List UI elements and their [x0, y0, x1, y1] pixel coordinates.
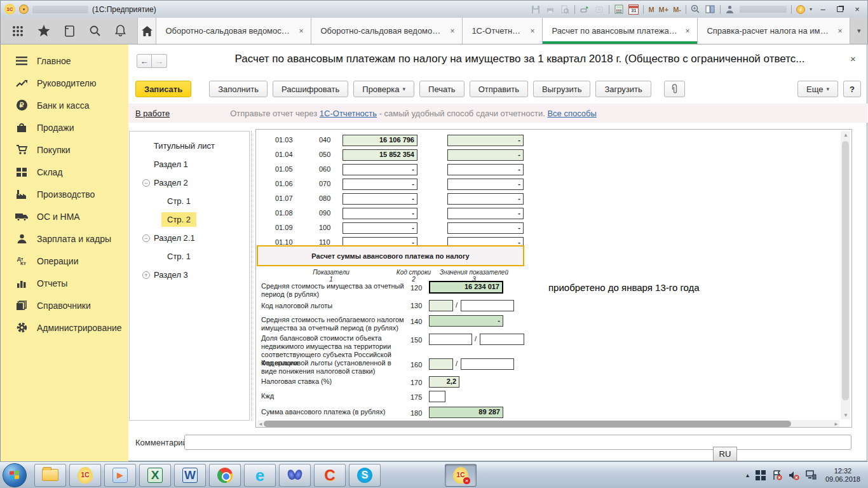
sidebar-item-purchases[interactable]: Покупки [1, 139, 128, 161]
split-window-icon[interactable] [705, 4, 715, 15]
field-160-value[interactable] [461, 358, 514, 370]
sidebar-item-salary-hr[interactable]: Зарплата и кадры [1, 227, 128, 250]
sidebar-item-warehouse[interactable]: Склад [1, 161, 128, 183]
more-button[interactable]: Еще▾ [797, 81, 838, 97]
close-window-button[interactable]: × [851, 4, 864, 14]
sidebar-item-reports[interactable]: Отчеты [1, 272, 128, 294]
field-140-value[interactable]: - [429, 315, 503, 327]
tree-item-section2-1[interactable]: −Раздел 2.1 [130, 229, 249, 247]
scroll-left-icon[interactable]: ◄ [258, 421, 263, 427]
tab-close-icon[interactable]: × [836, 27, 843, 36]
field-100-value2[interactable]: - [447, 222, 524, 234]
taskbar-explorer-button[interactable] [34, 464, 66, 487]
collapse-icon[interactable]: − [142, 179, 150, 187]
unload-button[interactable]: Выгрузить [533, 81, 590, 97]
memory-subtract-button[interactable]: M- [673, 6, 681, 13]
sidebar-item-production[interactable]: Производство [1, 183, 128, 205]
sidebar-item-administration[interactable]: Администрирование [1, 316, 128, 339]
status-state-link[interactable]: В работе [135, 109, 170, 118]
vertical-scroll-thumb[interactable] [842, 141, 849, 400]
field-040-value2[interactable]: - [447, 135, 524, 146]
field-150-numerator[interactable] [429, 334, 472, 345]
info-dropdown-icon[interactable]: ▾ [810, 6, 812, 12]
field-080-value2[interactable]: - [447, 193, 524, 205]
search-icon[interactable] [89, 25, 101, 37]
tab-close-icon[interactable]: × [684, 27, 691, 36]
tab-osv-2[interactable]: Оборотно-сальдовая ведомость ... × [311, 18, 463, 44]
sidebar-item-directories[interactable]: Справочники [1, 294, 128, 316]
taskbar-word-button[interactable]: W [174, 464, 206, 487]
print-icon[interactable] [545, 4, 555, 15]
field-060-value[interactable]: - [342, 164, 417, 175]
tree-item-section1[interactable]: Раздел 1 [130, 155, 249, 173]
tab-close-icon[interactable]: × [449, 27, 456, 36]
forward-button[interactable]: → [152, 54, 167, 68]
field-130-value[interactable] [461, 300, 514, 311]
expand-icon[interactable]: + [142, 271, 150, 279]
history-icon[interactable] [64, 25, 75, 37]
back-button[interactable]: ← [137, 54, 152, 68]
calendar-icon[interactable]: 31 [628, 4, 639, 15]
close-report-icon[interactable]: × [850, 53, 856, 64]
vertical-scrollbar[interactable]: ▲ ▼ [841, 131, 850, 419]
taskbar-mediaplayer-button[interactable]: ▶ [104, 464, 136, 487]
sidebar-item-sales[interactable]: Продажи [1, 116, 128, 139]
tree-item-section3[interactable]: +Раздел 3 [130, 266, 249, 284]
taskbar-cdrive-button[interactable]: C [314, 464, 346, 487]
tree-item-section2-1-page1[interactable]: Стр. 1 [130, 247, 249, 266]
taskbar-butterfly-button[interactable] [279, 464, 311, 487]
field-160-code[interactable] [429, 358, 453, 370]
field-050-value2[interactable]: - [447, 149, 524, 161]
user-icon[interactable] [725, 4, 735, 15]
field-070-value[interactable]: - [342, 179, 417, 190]
field-060-value2[interactable]: - [447, 164, 524, 175]
print-preview-icon[interactable] [560, 4, 570, 15]
field-100-value[interactable]: - [342, 222, 417, 234]
quick-access-dropdown-icon[interactable]: ▾ [19, 4, 29, 14]
tree-splitter[interactable] [251, 131, 252, 421]
scroll-right-icon[interactable]: ► [834, 421, 839, 427]
taskbar-excel-button[interactable]: X [139, 464, 171, 487]
field-175-kzd[interactable] [429, 391, 445, 402]
collapse-icon[interactable]: − [142, 234, 150, 242]
calculator-icon[interactable] [614, 4, 624, 15]
clock[interactable]: 12:32 09.06.2018 [823, 467, 860, 484]
tab-osv-1[interactable]: Оборотно-сальдовая ведомость ... × [156, 18, 311, 44]
tree-item-title-page[interactable]: Титульный лист [130, 137, 249, 155]
start-button[interactable] [3, 463, 27, 487]
zoom-icon[interactable] [691, 4, 701, 15]
load-button[interactable]: Загрузить [595, 81, 651, 97]
field-040-value[interactable]: 16 106 796 [342, 135, 417, 146]
taskbar-chrome-button[interactable] [209, 464, 241, 487]
field-150-denominator[interactable] [480, 334, 524, 345]
help-button[interactable]: ? [843, 81, 861, 97]
volume-muted-icon[interactable] [789, 470, 799, 480]
1c-reporting-link[interactable]: 1С-Отчетность [320, 109, 377, 118]
minimize-button[interactable]: – [817, 4, 829, 14]
attachment-button[interactable] [664, 81, 685, 97]
tab-advance-payments[interactable]: Расчет по авансовым платежам ... × [543, 18, 698, 44]
taskbar-1c-active-button[interactable]: 1С× [445, 464, 477, 487]
save-icon[interactable] [531, 4, 541, 15]
info-icon[interactable]: i [796, 5, 805, 14]
comment-input[interactable] [184, 435, 851, 450]
tree-item-section2-page1[interactable]: Стр. 1 [130, 192, 249, 210]
field-070-value2[interactable]: - [447, 179, 524, 190]
taskbar-ie-button[interactable]: e [244, 464, 276, 487]
windows-tray-icon[interactable] [756, 470, 766, 480]
send-button[interactable]: Отправить [470, 81, 528, 97]
field-180-value[interactable]: 89 287 [429, 407, 503, 418]
field-080-value[interactable]: - [342, 193, 417, 205]
tree-item-section2[interactable]: −Раздел 2 [130, 173, 249, 192]
field-120-value[interactable]: 16 234 017 [429, 281, 503, 294]
tab-close-icon[interactable]: × [529, 27, 536, 36]
field-050-value[interactable]: 15 852 354 [342, 149, 417, 161]
print-button[interactable]: Печать [419, 81, 465, 97]
field-170-rate[interactable]: 2,2 [429, 376, 459, 388]
sidebar-item-operations[interactable]: ДтКт Операции [1, 250, 128, 272]
sidebar-item-manager[interactable]: Руководителю [1, 72, 128, 94]
field-090-value[interactable]: - [342, 208, 417, 219]
tree-item-section2-page2[interactable]: Стр. 2 [130, 210, 249, 229]
sidebar-item-fixed-assets[interactable]: ОС и НМА [1, 205, 128, 227]
taskbar-1c-button[interactable]: 1С [69, 464, 101, 487]
